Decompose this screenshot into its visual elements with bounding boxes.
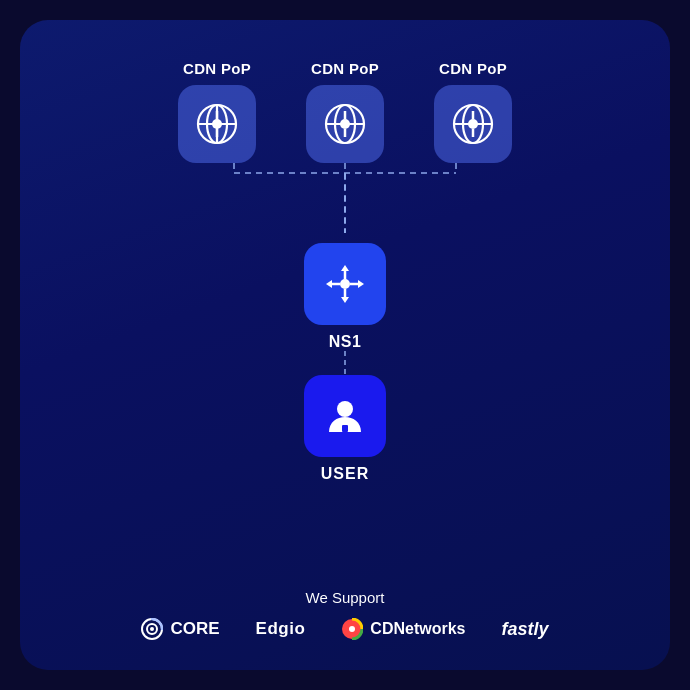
ns1-label: NS1 bbox=[329, 333, 362, 351]
svg-marker-32 bbox=[341, 265, 349, 271]
connector-svg bbox=[195, 163, 495, 243]
ns1-icon-box bbox=[304, 243, 386, 325]
vertical-connector-svg bbox=[343, 351, 347, 375]
svg-marker-34 bbox=[341, 297, 349, 303]
svg-rect-41 bbox=[342, 425, 348, 432]
cdnetworks-label: CDNetworks bbox=[370, 620, 465, 638]
cdn-pop-label-3: CDN PoP bbox=[439, 60, 507, 77]
svg-point-46 bbox=[349, 626, 355, 632]
logos-row: CORE Edgio CDNetworks fastly bbox=[141, 618, 548, 640]
svg-point-40 bbox=[337, 401, 353, 417]
svg-point-20 bbox=[468, 119, 478, 129]
fastly-label: fastly bbox=[501, 619, 548, 640]
cdn-icon-box-2 bbox=[306, 85, 384, 163]
cdn-icon-box-1 bbox=[178, 85, 256, 163]
cdnetworks-icon bbox=[341, 618, 363, 640]
user-icon-box bbox=[304, 375, 386, 457]
cdn-row: CDN PoP CDN PoP bbox=[178, 60, 512, 163]
cdn-pop-2: CDN PoP bbox=[306, 60, 384, 163]
svg-point-4 bbox=[212, 119, 222, 129]
svg-marker-36 bbox=[326, 280, 332, 288]
cdn-pop-1: CDN PoP bbox=[178, 60, 256, 163]
core-label: CORE bbox=[170, 619, 219, 639]
edgio-label: Edgio bbox=[256, 619, 306, 639]
core-icon bbox=[141, 618, 163, 640]
user-section: USER bbox=[304, 375, 386, 483]
user-icon bbox=[321, 392, 369, 440]
svg-point-44 bbox=[150, 627, 154, 631]
cdnetworks-logo: CDNetworks bbox=[341, 618, 465, 640]
cdn-pop-label-1: CDN PoP bbox=[183, 60, 251, 77]
support-section: We Support CORE Edgio bbox=[141, 589, 548, 640]
diagram: CDN PoP CDN PoP bbox=[60, 60, 630, 589]
core-logo: CORE bbox=[141, 618, 219, 640]
cdn-icon-box-3 bbox=[434, 85, 512, 163]
globe-icon-1 bbox=[194, 101, 240, 147]
main-card: CDN PoP CDN PoP bbox=[20, 20, 670, 670]
svg-point-12 bbox=[340, 119, 350, 129]
globe-icon-3 bbox=[450, 101, 496, 147]
user-label: USER bbox=[321, 465, 369, 483]
ns1-icon bbox=[321, 260, 369, 308]
support-heading: We Support bbox=[306, 589, 385, 606]
ns1-section: NS1 bbox=[304, 243, 386, 351]
svg-marker-38 bbox=[358, 280, 364, 288]
ns1-user-connector bbox=[343, 351, 347, 375]
cdn-ns1-connectors bbox=[195, 163, 495, 243]
cdn-pop-3: CDN PoP bbox=[434, 60, 512, 163]
svg-point-30 bbox=[340, 279, 350, 289]
edgio-logo: Edgio bbox=[256, 619, 306, 639]
cdn-pop-label-2: CDN PoP bbox=[311, 60, 379, 77]
fastly-logo: fastly bbox=[501, 619, 548, 640]
globe-icon-2 bbox=[322, 101, 368, 147]
